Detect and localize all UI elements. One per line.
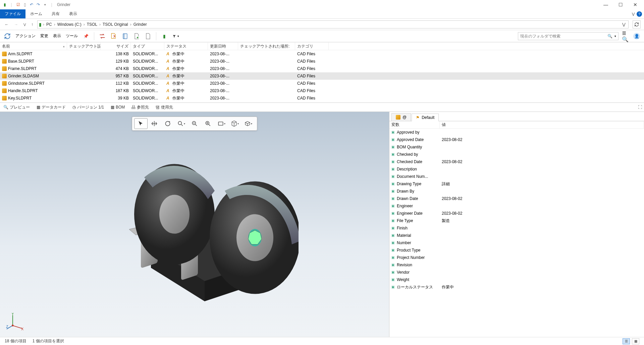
breadcrumb-item[interactable]: PC <box>46 22 53 27</box>
data-card-row[interactable]: ▣Engineer <box>389 202 644 210</box>
header-checkloc[interactable]: チェックアウトされた場所: <box>238 43 295 50</box>
qat-dropdown-icon[interactable]: ▾ <box>42 2 48 7</box>
nav-forward-button[interactable]: → <box>13 22 19 27</box>
ribbon-expand-icon[interactable]: ⋁ <box>632 12 635 16</box>
tab-version[interactable]: ◷バージョン 1/1 <box>71 105 105 110</box>
tool-menu[interactable]: ツール <box>64 32 79 40</box>
qat-paste-icon[interactable]: ▯ <box>22 2 28 7</box>
file-row[interactable]: Grindstone.SLDPRT112 KBSOLIDWOR...A作業中20… <box>0 80 644 87</box>
data-card-row[interactable]: ▣Project Number <box>389 254 644 261</box>
data-card-row[interactable]: ▣BOM Quantity <box>389 143 644 151</box>
data-card-row[interactable]: ▣Checked Date2023-08-02 <box>389 158 644 165</box>
breadcrumb[interactable]: ▮ › PC › Windows (C:) › TSOL › TSOL Orig… <box>37 20 629 28</box>
select-tool-icon[interactable] <box>134 118 148 129</box>
data-tab-at[interactable]: @ <box>391 113 411 121</box>
data-card-row[interactable]: ▣ローカルステータス作業中 <box>389 283 644 291</box>
minimize-button[interactable]: — <box>602 2 610 7</box>
section-view-icon[interactable]: ▾ <box>228 118 241 129</box>
newdoc-icon[interactable] <box>132 32 141 40</box>
header-variable[interactable]: 変数 <box>389 121 440 128</box>
data-card-row[interactable]: ▣Engineer Date2023-08-02 <box>389 210 644 217</box>
header-name[interactable]: 名前▴ <box>0 43 67 50</box>
data-card-row[interactable]: ▣Drawn By <box>389 188 644 195</box>
data-card-row[interactable]: ▣File Type製造 <box>389 217 644 224</box>
fullscreen-icon[interactable]: ⛶ <box>638 105 642 110</box>
data-card-row[interactable]: ▣Material <box>389 232 644 239</box>
zoom-fit-icon[interactable] <box>188 118 201 129</box>
data-card-row[interactable]: ▣Checked by <box>389 151 644 158</box>
display-menu[interactable]: 表示 <box>52 32 62 40</box>
breadcrumb-item[interactable]: TSOL Original <box>102 22 129 27</box>
data-card-list[interactable]: ▣Approved by▣Approved Date2023-08-02▣BOM… <box>389 129 644 337</box>
tab-view[interactable]: 表示 <box>64 9 82 18</box>
tab-file[interactable]: ファイル <box>0 9 25 18</box>
chevron-icon[interactable]: › <box>54 22 55 27</box>
data-card-row[interactable]: ▣Drawing Type詳細 <box>389 180 644 188</box>
blank-doc-icon[interactable] <box>143 32 153 40</box>
qat-check-icon[interactable]: ☑ <box>15 2 21 7</box>
view-orientation-icon[interactable]: ▾ <box>241 118 255 129</box>
data-card-row[interactable]: ▣Document Num... <box>389 173 644 180</box>
nav-refresh-button[interactable] <box>633 20 641 28</box>
search-icon[interactable]: 🔍 <box>607 34 612 39</box>
refresh-button[interactable] <box>3 32 12 40</box>
user-icon[interactable]: 👤 <box>632 32 641 40</box>
data-card-row[interactable]: ▣Revision <box>389 261 644 269</box>
nav-up-button[interactable]: ↑ <box>30 22 35 27</box>
data-card-row[interactable]: ▣Finish <box>389 224 644 232</box>
get-latest-icon[interactable] <box>98 32 107 40</box>
file-row[interactable]: Grinder.SLDASM957 KBSOLIDWOR...A作業中2023-… <box>0 72 644 80</box>
header-category[interactable]: カテゴリ <box>295 43 329 50</box>
header-status[interactable]: ステータス <box>164 43 208 50</box>
search-box[interactable]: 🔍▾ <box>518 32 619 40</box>
data-card-row[interactable]: ▣Product Type <box>389 247 644 254</box>
nav-back-button[interactable]: ← <box>3 22 10 27</box>
action-menu[interactable]: アクション <box>14 32 37 40</box>
chevron-icon[interactable]: › <box>130 22 131 27</box>
data-card-row[interactable]: ▣Drawn Date2023-08-02 <box>389 195 644 202</box>
redo-icon[interactable]: ↷ <box>36 2 41 7</box>
tab-home[interactable]: ホーム <box>25 9 47 18</box>
file-list[interactable]: Arm.SLDPRT138 KBSOLIDWOR...A作業中2023-08-.… <box>0 50 644 102</box>
help-icon[interactable]: ? <box>637 11 642 17</box>
undo-icon[interactable]: ↶ <box>29 2 34 7</box>
maximize-button[interactable]: ☐ <box>616 2 625 7</box>
chevron-icon[interactable]: › <box>43 22 44 27</box>
pan-tool-icon[interactable] <box>148 118 161 129</box>
file-row[interactable]: Arm.SLDPRT138 KBSOLIDWOR...A作業中2023-08-.… <box>0 50 644 58</box>
close-button[interactable]: ✕ <box>631 2 639 7</box>
tab-preview[interactable]: 🔍プレビュー <box>2 105 31 110</box>
header-value[interactable]: 値 <box>440 121 644 128</box>
checkin-icon[interactable] <box>120 32 130 40</box>
search-input[interactable] <box>520 34 605 39</box>
file-row[interactable]: Frame.SLDPRT474 KBSOLIDWOR...A作業中2023-08… <box>0 65 644 72</box>
tab-share[interactable]: 共有 <box>47 9 64 18</box>
header-type[interactable]: タイプ <box>131 43 164 50</box>
view-icons-button[interactable]: ▦ <box>632 338 639 344</box>
nav-recent-dropdown[interactable]: ⋁ <box>22 23 27 26</box>
pin-icon[interactable]: 📌 <box>81 33 91 39</box>
open-folder-icon[interactable]: ▮ <box>160 33 169 40</box>
data-card-row[interactable]: ▣Vendor <box>389 269 644 276</box>
breadcrumb-item[interactable]: Windows (C:) <box>57 22 82 27</box>
display-style-icon[interactable]: ▾ <box>215 118 228 129</box>
chevron-icon[interactable]: › <box>84 22 85 27</box>
data-tab-default[interactable]: ⚑Default <box>412 114 439 121</box>
breadcrumb-dropdown-icon[interactable]: ⋁ <box>622 22 627 27</box>
header-checkout[interactable]: チェックアウト設... <box>67 43 101 50</box>
data-card-row[interactable]: ▣Approved Date2023-08-02 <box>389 136 644 143</box>
tab-references[interactable]: 品参照先 <box>130 105 150 110</box>
header-size[interactable]: サイズ <box>101 43 131 50</box>
data-card-row[interactable]: ▣Approved by <box>389 129 644 136</box>
tab-usedby[interactable]: 땜使用先 <box>154 105 174 110</box>
zoom-area-icon[interactable] <box>201 118 215 129</box>
view-details-button[interactable]: ☰ <box>623 338 630 344</box>
tab-bom[interactable]: ▦BOM <box>109 105 126 110</box>
breadcrumb-item[interactable]: TSOL <box>86 22 98 27</box>
data-card-row[interactable]: ▣Number <box>389 239 644 247</box>
data-card-row[interactable]: ▣Description <box>389 165 644 173</box>
change-menu[interactable]: 変更 <box>39 32 50 40</box>
zoom-tool-icon[interactable]: ▾ <box>174 118 188 129</box>
filter-dropdown-icon[interactable]: ▾ <box>171 32 180 40</box>
breadcrumb-item[interactable]: Grinder <box>133 22 148 27</box>
